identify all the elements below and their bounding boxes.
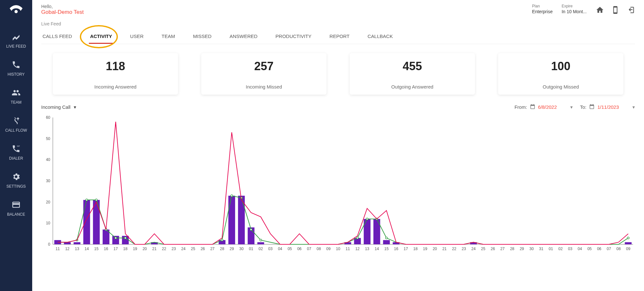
- expire-block: Expire In 10 Mont...: [562, 4, 587, 14]
- flow-icon: [12, 116, 21, 128]
- activity-chart: 0102030405060111213141516171819202122232…: [41, 115, 635, 255]
- calendar-icon[interactable]: [589, 104, 595, 110]
- svg-text:14: 14: [85, 247, 89, 251]
- svg-text:15: 15: [94, 247, 99, 251]
- logout-icon[interactable]: [627, 6, 635, 15]
- svg-text:29: 29: [230, 247, 234, 251]
- app-logo-icon: [9, 4, 23, 17]
- plan-block: Plan Enterprise: [532, 4, 553, 14]
- svg-text:22: 22: [452, 247, 457, 251]
- sidebar-item-team[interactable]: TEAM: [5, 82, 27, 110]
- svg-text:07: 07: [307, 247, 311, 251]
- to-label: To:: [580, 104, 586, 110]
- svg-text:28: 28: [220, 247, 224, 251]
- expire-value: In 10 Mont...: [562, 9, 587, 14]
- sidebar-item-dialer[interactable]: SIPDIALER: [5, 138, 27, 166]
- svg-point-44: [356, 237, 358, 239]
- svg-point-37: [115, 237, 117, 239]
- stat-value: 257: [204, 60, 323, 73]
- svg-text:18: 18: [413, 247, 418, 251]
- chevron-down-icon[interactable]: ▾: [632, 104, 635, 110]
- svg-text:02: 02: [558, 247, 563, 251]
- sidebar-item-live-feed[interactable]: LIVE FEED: [5, 26, 27, 54]
- svg-text:07: 07: [607, 247, 611, 251]
- svg-text:12: 12: [355, 247, 360, 251]
- chevron-down-icon[interactable]: ▾: [570, 104, 573, 110]
- svg-point-38: [124, 237, 126, 239]
- svg-rect-28: [374, 219, 380, 244]
- svg-text:09: 09: [626, 247, 630, 251]
- sidebar-item-label: SETTINGS: [6, 184, 26, 189]
- tab-calls-feed[interactable]: CALLS FEED: [41, 30, 73, 44]
- sidebar-item-history[interactable]: HISTORY: [5, 54, 27, 82]
- svg-text:29: 29: [520, 247, 524, 251]
- page-subtitle: Live Feed: [41, 21, 635, 26]
- svg-text:20: 20: [433, 247, 437, 251]
- svg-text:01: 01: [549, 247, 553, 251]
- svg-rect-29: [383, 240, 390, 244]
- svg-text:16: 16: [394, 247, 399, 251]
- tab-report[interactable]: REPORT: [328, 30, 351, 44]
- svg-text:04: 04: [278, 247, 282, 251]
- svg-text:30: 30: [46, 179, 51, 183]
- phone-icon: [12, 60, 21, 72]
- plan-label: Plan: [532, 4, 553, 8]
- svg-text:60: 60: [46, 115, 51, 120]
- svg-text:31: 31: [539, 247, 544, 251]
- sidebar-item-call-flow[interactable]: CALL FLOW: [5, 110, 27, 138]
- svg-text:11: 11: [346, 247, 350, 251]
- svg-point-40: [231, 195, 233, 197]
- svg-text:15: 15: [384, 247, 389, 251]
- svg-text:22: 22: [162, 247, 166, 251]
- calendar-icon[interactable]: [530, 104, 535, 110]
- tab-missed[interactable]: MISSED: [192, 30, 213, 44]
- svg-text:26: 26: [201, 247, 205, 251]
- svg-rect-24: [257, 242, 264, 244]
- filter-row: Incoming Call ▾ From: 6/8/2022 ▾ To: 1/1…: [41, 104, 635, 110]
- sidebar-item-settings[interactable]: SETTINGS: [5, 166, 27, 194]
- tab-productivity[interactable]: PRODUCTIVITY: [274, 30, 313, 44]
- tab-bar: CALLS FEEDACTIVITYUSERTEAMMISSEDANSWERED…: [41, 30, 635, 44]
- svg-text:19: 19: [423, 247, 428, 251]
- svg-text:24: 24: [181, 247, 186, 251]
- line-chart-icon: [12, 32, 21, 44]
- tab-user[interactable]: USER: [129, 30, 145, 44]
- stat-value: 455: [353, 60, 472, 73]
- to-date[interactable]: 1/11/2023: [597, 104, 619, 110]
- svg-text:0: 0: [48, 242, 50, 247]
- call-type-dropdown[interactable]: Incoming Call ▾: [41, 104, 76, 110]
- svg-text:14: 14: [374, 247, 379, 251]
- svg-point-48: [627, 237, 629, 239]
- chevron-down-icon: ▾: [74, 104, 76, 110]
- stat-label: Outgoing Answered: [353, 84, 472, 89]
- svg-text:23: 23: [462, 247, 466, 251]
- user-name: Gobal-Demo Test: [41, 9, 84, 15]
- sidebar-item-balance[interactable]: BALANCE: [5, 194, 27, 222]
- svg-text:26: 26: [491, 247, 495, 251]
- tab-team[interactable]: TEAM: [160, 30, 176, 44]
- svg-text:08: 08: [317, 247, 321, 251]
- tab-activity[interactable]: ACTIVITY: [89, 30, 113, 44]
- svg-text:08: 08: [616, 247, 621, 251]
- from-date[interactable]: 6/8/2022: [538, 104, 557, 110]
- tab-answered[interactable]: ANSWERED: [228, 30, 259, 44]
- home-icon[interactable]: [596, 6, 604, 15]
- svg-text:01: 01: [249, 247, 253, 251]
- svg-point-42: [250, 229, 252, 230]
- svg-text:21: 21: [442, 247, 447, 251]
- svg-text:10: 10: [336, 247, 340, 251]
- svg-text:03: 03: [268, 247, 273, 251]
- stat-label: Outgoing Missed: [501, 84, 620, 89]
- gear-icon: [12, 172, 21, 184]
- svg-text:21: 21: [152, 247, 157, 251]
- header: Hello, Gobal-Demo Test Plan Enterprise E…: [41, 4, 635, 15]
- svg-rect-13: [74, 242, 80, 244]
- svg-point-45: [366, 218, 368, 220]
- greeting: Hello, Gobal-Demo Test: [41, 4, 84, 15]
- svg-text:05: 05: [288, 247, 292, 251]
- svg-text:23: 23: [172, 247, 176, 251]
- svg-text:28: 28: [510, 247, 515, 251]
- mobile-icon[interactable]: [611, 6, 620, 15]
- tab-callback[interactable]: CALLBACK: [366, 30, 394, 44]
- svg-point-35: [95, 199, 97, 201]
